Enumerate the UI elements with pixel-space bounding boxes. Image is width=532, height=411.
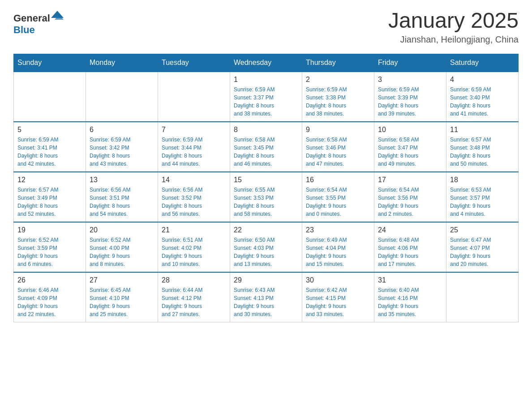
calendar-cell: 25Sunrise: 6:47 AM Sunset: 4:07 PM Dayli… xyxy=(446,222,519,272)
column-header-wednesday: Wednesday xyxy=(230,54,302,72)
day-number: 26 xyxy=(17,276,82,284)
day-info: Sunrise: 6:59 AM Sunset: 3:37 PM Dayligh… xyxy=(234,86,298,118)
day-number: 1 xyxy=(234,76,298,84)
day-number: 5 xyxy=(17,126,82,134)
calendar-cell: 18Sunrise: 6:53 AM Sunset: 3:57 PM Dayli… xyxy=(446,172,519,222)
day-info: Sunrise: 6:59 AM Sunset: 3:42 PM Dayligh… xyxy=(90,136,154,168)
calendar-cell: 20Sunrise: 6:52 AM Sunset: 4:00 PM Dayli… xyxy=(86,222,158,272)
calendar-cell: 26Sunrise: 6:46 AM Sunset: 4:09 PM Dayli… xyxy=(14,272,86,322)
week-row-5: 26Sunrise: 6:46 AM Sunset: 4:09 PM Dayli… xyxy=(14,272,519,322)
column-header-friday: Friday xyxy=(374,54,446,72)
day-info: Sunrise: 6:52 AM Sunset: 3:59 PM Dayligh… xyxy=(17,236,82,268)
calendar-cell: 23Sunrise: 6:49 AM Sunset: 4:04 PM Dayli… xyxy=(302,222,374,272)
calendar-cell: 2Sunrise: 6:59 AM Sunset: 3:38 PM Daylig… xyxy=(302,72,374,122)
day-number: 17 xyxy=(378,176,442,184)
calendar-cell xyxy=(446,272,519,322)
day-number: 4 xyxy=(450,76,515,84)
calendar-cell: 4Sunrise: 6:59 AM Sunset: 3:40 PM Daylig… xyxy=(446,72,519,122)
column-header-monday: Monday xyxy=(86,54,158,72)
calendar-cell: 19Sunrise: 6:52 AM Sunset: 3:59 PM Dayli… xyxy=(14,222,86,272)
calendar-cell: 8Sunrise: 6:58 AM Sunset: 3:45 PM Daylig… xyxy=(230,122,302,172)
column-header-sunday: Sunday xyxy=(14,54,86,72)
day-number: 11 xyxy=(450,126,515,134)
day-info: Sunrise: 6:57 AM Sunset: 3:48 PM Dayligh… xyxy=(450,136,515,168)
calendar-cell: 11Sunrise: 6:57 AM Sunset: 3:48 PM Dayli… xyxy=(446,122,519,172)
day-info: Sunrise: 6:45 AM Sunset: 4:10 PM Dayligh… xyxy=(90,286,154,318)
day-info: Sunrise: 6:59 AM Sunset: 3:38 PM Dayligh… xyxy=(306,86,370,118)
day-number: 3 xyxy=(378,76,442,84)
day-info: Sunrise: 6:58 AM Sunset: 3:47 PM Dayligh… xyxy=(378,136,442,168)
calendar-cell: 22Sunrise: 6:50 AM Sunset: 4:03 PM Dayli… xyxy=(230,222,302,272)
logo-general-text: General xyxy=(13,13,50,24)
day-info: Sunrise: 6:53 AM Sunset: 3:57 PM Dayligh… xyxy=(450,186,515,218)
day-number: 27 xyxy=(90,276,154,284)
day-number: 29 xyxy=(234,276,298,284)
day-number: 19 xyxy=(17,226,82,234)
column-header-tuesday: Tuesday xyxy=(158,54,230,72)
calendar-cell: 5Sunrise: 6:59 AM Sunset: 3:41 PM Daylig… xyxy=(14,122,86,172)
day-info: Sunrise: 6:56 AM Sunset: 3:51 PM Dayligh… xyxy=(90,186,154,218)
day-number: 16 xyxy=(306,176,370,184)
day-info: Sunrise: 6:51 AM Sunset: 4:02 PM Dayligh… xyxy=(162,236,226,268)
calendar-cell: 7Sunrise: 6:59 AM Sunset: 3:44 PM Daylig… xyxy=(158,122,230,172)
calendar-cell: 10Sunrise: 6:58 AM Sunset: 3:47 PM Dayli… xyxy=(374,122,446,172)
day-number: 30 xyxy=(306,276,370,284)
day-info: Sunrise: 6:57 AM Sunset: 3:49 PM Dayligh… xyxy=(17,186,82,218)
week-row-2: 5Sunrise: 6:59 AM Sunset: 3:41 PM Daylig… xyxy=(14,122,519,172)
day-number: 15 xyxy=(234,176,298,184)
calendar-cell: 28Sunrise: 6:44 AM Sunset: 4:12 PM Dayli… xyxy=(158,272,230,322)
day-number: 9 xyxy=(306,126,370,134)
day-number: 28 xyxy=(162,276,226,284)
day-info: Sunrise: 6:59 AM Sunset: 3:40 PM Dayligh… xyxy=(450,86,515,118)
calendar-cell: 14Sunrise: 6:56 AM Sunset: 3:52 PM Dayli… xyxy=(158,172,230,222)
calendar-cell: 24Sunrise: 6:48 AM Sunset: 4:06 PM Dayli… xyxy=(374,222,446,272)
day-info: Sunrise: 6:42 AM Sunset: 4:15 PM Dayligh… xyxy=(306,286,370,318)
day-number: 14 xyxy=(162,176,226,184)
calendar-cell xyxy=(158,72,230,122)
logo-icon xyxy=(51,9,64,21)
calendar-subtitle: Jianshan, Heilongjiang, China xyxy=(388,34,519,45)
day-number: 7 xyxy=(162,126,226,134)
page-header: General Blue January 2025 Jianshan, Heil… xyxy=(13,9,519,45)
day-info: Sunrise: 6:52 AM Sunset: 4:00 PM Dayligh… xyxy=(90,236,154,268)
day-info: Sunrise: 6:44 AM Sunset: 4:12 PM Dayligh… xyxy=(162,286,226,318)
day-number: 2 xyxy=(306,76,370,84)
day-info: Sunrise: 6:40 AM Sunset: 4:16 PM Dayligh… xyxy=(378,286,442,318)
day-info: Sunrise: 6:54 AM Sunset: 3:56 PM Dayligh… xyxy=(378,186,442,218)
day-info: Sunrise: 6:55 AM Sunset: 3:53 PM Dayligh… xyxy=(234,186,298,218)
day-number: 8 xyxy=(234,126,298,134)
day-info: Sunrise: 6:56 AM Sunset: 3:52 PM Dayligh… xyxy=(162,186,226,218)
day-info: Sunrise: 6:59 AM Sunset: 3:44 PM Dayligh… xyxy=(162,136,226,168)
calendar-table: SundayMondayTuesdayWednesdayThursdayFrid… xyxy=(13,54,519,322)
day-number: 24 xyxy=(378,226,442,234)
calendar-title: January 2025 xyxy=(388,9,519,33)
day-info: Sunrise: 6:49 AM Sunset: 4:04 PM Dayligh… xyxy=(306,236,370,268)
calendar-cell: 1Sunrise: 6:59 AM Sunset: 3:37 PM Daylig… xyxy=(230,72,302,122)
day-number: 23 xyxy=(306,226,370,234)
week-row-3: 12Sunrise: 6:57 AM Sunset: 3:49 PM Dayli… xyxy=(14,172,519,222)
calendar-cell: 27Sunrise: 6:45 AM Sunset: 4:10 PM Dayli… xyxy=(86,272,158,322)
calendar-header-row: SundayMondayTuesdayWednesdayThursdayFrid… xyxy=(14,54,519,72)
calendar-cell: 12Sunrise: 6:57 AM Sunset: 3:49 PM Dayli… xyxy=(14,172,86,222)
calendar-cell: 3Sunrise: 6:59 AM Sunset: 3:39 PM Daylig… xyxy=(374,72,446,122)
day-number: 25 xyxy=(450,226,515,234)
day-info: Sunrise: 6:59 AM Sunset: 3:41 PM Dayligh… xyxy=(17,136,82,168)
calendar-cell: 31Sunrise: 6:40 AM Sunset: 4:16 PM Dayli… xyxy=(374,272,446,322)
day-info: Sunrise: 6:54 AM Sunset: 3:55 PM Dayligh… xyxy=(306,186,370,218)
day-number: 21 xyxy=(162,226,226,234)
calendar-cell: 9Sunrise: 6:58 AM Sunset: 3:46 PM Daylig… xyxy=(302,122,374,172)
column-header-saturday: Saturday xyxy=(446,54,519,72)
day-number: 22 xyxy=(234,226,298,234)
calendar-cell: 6Sunrise: 6:59 AM Sunset: 3:42 PM Daylig… xyxy=(86,122,158,172)
calendar-cell: 13Sunrise: 6:56 AM Sunset: 3:51 PM Dayli… xyxy=(86,172,158,222)
column-header-thursday: Thursday xyxy=(302,54,374,72)
calendar-cell xyxy=(86,72,158,122)
calendar-cell: 16Sunrise: 6:54 AM Sunset: 3:55 PM Dayli… xyxy=(302,172,374,222)
day-info: Sunrise: 6:58 AM Sunset: 3:45 PM Dayligh… xyxy=(234,136,298,168)
calendar-cell xyxy=(14,72,86,122)
logo: General Blue xyxy=(13,9,64,36)
calendar-cell: 30Sunrise: 6:42 AM Sunset: 4:15 PM Dayli… xyxy=(302,272,374,322)
day-info: Sunrise: 6:47 AM Sunset: 4:07 PM Dayligh… xyxy=(450,236,515,268)
day-number: 20 xyxy=(90,226,154,234)
day-info: Sunrise: 6:58 AM Sunset: 3:46 PM Dayligh… xyxy=(306,136,370,168)
